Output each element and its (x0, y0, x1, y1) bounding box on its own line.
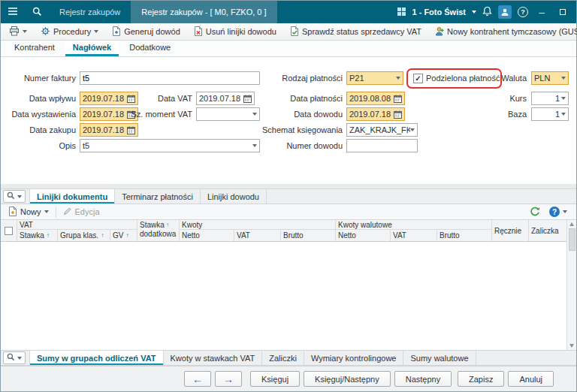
calendar-icon[interactable] (243, 95, 252, 103)
sort-icon[interactable]: ↑ (47, 232, 50, 239)
tab-sumy-walutowe[interactable]: Sumy walutowe (403, 351, 476, 365)
bell-icon[interactable] (482, 6, 492, 18)
tab-zaliczki[interactable]: Zaliczki (262, 351, 304, 365)
tab-linijki-dowodu[interactable]: Linijki dowodu (201, 189, 267, 204)
numer-dowodu-input[interactable] (346, 139, 418, 152)
column-header-stawka[interactable]: Stawka↑ (17, 230, 58, 241)
column-header-brutto[interactable]: Brutto (281, 230, 336, 241)
opis-combo[interactable]: t5 (80, 139, 260, 152)
window-tab-active-document[interactable]: Rejestr zakupów - [ M0, FZKO, 0 ] (131, 1, 276, 23)
data-vat-field[interactable]: 2019.07.18 (196, 92, 255, 105)
scroll-down-arrow-icon[interactable] (569, 344, 574, 348)
group-header-kwoty-walutowe[interactable]: Kwoty walutowe (336, 220, 492, 230)
user-avatar[interactable] (498, 5, 512, 19)
nowy-kontrahent-button[interactable]: Nowy kontrahent tymczasowy (GUS) (431, 25, 577, 39)
tab-dodatkowe-label: Dodatkowe (129, 43, 171, 52)
sprawdz-status-vat-button[interactable]: Sprawdź status sprzedawcy VAT (286, 25, 425, 39)
zapisz-button[interactable]: Zapisz (458, 371, 504, 387)
nastepny-button[interactable]: Następny (394, 371, 452, 387)
schemat-ksiegowania-combo[interactable]: ZAK_KRAJK_FK (346, 123, 418, 137)
chevron-down-icon[interactable] (396, 77, 400, 80)
vertical-scrollbar[interactable] (566, 220, 576, 350)
sz-moment-vat-combo[interactable] (196, 107, 260, 121)
help-button[interactable]: ? (545, 205, 571, 219)
ksieguj-button[interactable]: Księguj (250, 371, 300, 387)
window-tab-rejestr-zakupow[interactable]: Rejestr zakupów (49, 1, 131, 23)
search-button[interactable] (25, 1, 49, 23)
scrollbar-thumb[interactable] (569, 228, 575, 251)
calendar-icon[interactable] (394, 95, 402, 103)
chevron-down-icon[interactable] (561, 77, 566, 80)
usun-linijki-button[interactable]: Usuń linijki dowodu (190, 25, 280, 39)
edit-row-button[interactable]: Edycja (59, 205, 104, 219)
company-selector[interactable]: 1 - Foto Świst (412, 8, 467, 17)
refresh-icon[interactable] (530, 207, 540, 218)
data-zakupu-field[interactable]: 2019.07.18 (80, 123, 138, 137)
print-button[interactable] (5, 25, 31, 39)
column-header-stawka-dodatkowa[interactable]: Stawka dodatkowa↑ (137, 220, 180, 241)
column-header-grupa-klas[interactable]: Grupa klas.↑ (58, 230, 110, 241)
tab-linijki-dokumentu[interactable]: Linijki dokumentu (29, 189, 115, 204)
column-header-netto-walutowe[interactable]: Netto (336, 230, 391, 241)
column-header-vat[interactable]: VAT (234, 230, 281, 241)
tab-naglowek[interactable]: Nagłówek (65, 41, 119, 56)
waluta-combo[interactable]: PLN (531, 71, 569, 85)
app-grid-icon[interactable] (397, 7, 406, 18)
tab-naglowek-label: Nagłówek (73, 43, 111, 52)
tab-wymiary-kontrolingowe[interactable]: Wymiary kontrolingowe (304, 351, 404, 365)
help-icon[interactable]: ? (518, 7, 528, 17)
kurs-combo[interactable]: 1 (531, 92, 569, 105)
calendar-icon[interactable] (394, 110, 402, 119)
rodzaj-platnosci-combo[interactable]: P21 (346, 71, 403, 85)
sort-icon[interactable]: ↑ (166, 221, 169, 230)
numer-faktury-input[interactable] (80, 71, 260, 85)
chevron-down-icon[interactable] (410, 128, 415, 131)
grid-body-empty[interactable] (1, 242, 566, 350)
tab-kwoty-w-stawkach[interactable]: Kwoty w stawkach VAT (164, 351, 263, 365)
tab-dodatkowe[interactable]: Dodatkowe (122, 41, 178, 56)
minimize-icon[interactable]: – (534, 7, 549, 18)
group-header-kwoty-label: Kwoty (182, 221, 202, 229)
anuluj-button[interactable]: Anuluj (508, 371, 554, 387)
procedures-gear-icon (41, 26, 50, 38)
baza-combo[interactable]: 1 (531, 107, 569, 121)
maximize-icon[interactable] (555, 9, 570, 15)
column-header-vat-walutowe[interactable]: VAT (391, 230, 437, 241)
column-header-netto[interactable]: Netto (180, 230, 234, 241)
sort-icon[interactable]: ↑ (101, 232, 104, 239)
procedury-button[interactable]: Procedury (37, 25, 102, 39)
select-all-cell (1, 220, 17, 241)
data-platnosci-field[interactable]: 2019.08.08 (346, 92, 405, 105)
tab-sumy-w-grupach[interactable]: Sumy w grupach odliczeń VAT (29, 351, 164, 365)
chevron-down-icon[interactable] (561, 113, 566, 116)
column-header-recznie[interactable]: Ręcznie (492, 220, 529, 241)
calendar-icon[interactable] (127, 126, 135, 134)
sort-icon[interactable]: ↑ (125, 232, 128, 239)
tab-wymiary-kontrolingowe-label: Wymiary kontrolingowe (311, 354, 397, 363)
maximize-square (560, 9, 566, 15)
grid-view-settings-button[interactable] (3, 190, 26, 203)
data-dowodu-field[interactable]: 2019.07.18 (346, 107, 405, 121)
tab-kontrahent[interactable]: Kontrahent (7, 41, 62, 56)
column-header-zaliczka[interactable]: Zaliczka (529, 220, 568, 241)
prev-record-button[interactable]: ← (184, 371, 211, 387)
scroll-up-arrow-icon[interactable] (569, 222, 574, 226)
select-all-checkbox[interactable] (5, 227, 13, 235)
group-header-vat[interactable]: VAT (17, 220, 137, 230)
chevron-down-icon[interactable] (472, 11, 476, 14)
generuj-dowod-button[interactable]: Generuj dowód (108, 25, 184, 39)
column-header-brutto-walutowe[interactable]: Brutto (437, 230, 492, 241)
next-record-button[interactable]: → (215, 371, 242, 387)
new-row-button[interactable]: Nowy (5, 205, 53, 219)
column-header-gv[interactable]: GV↑ (110, 230, 137, 241)
summary-view-settings-button[interactable] (3, 351, 26, 364)
chevron-down-icon[interactable] (561, 97, 566, 100)
page-tabstrip: Kontrahent Nagłówek Dodatkowe (1, 41, 576, 57)
ksieguj-nastepny-button[interactable]: Księguj/Następny (304, 371, 391, 387)
tab-terminarz-platnosci[interactable]: Terminarz płatności (115, 189, 201, 204)
group-header-kwoty[interactable]: Kwoty (180, 220, 336, 230)
menu-button[interactable] (1, 1, 25, 23)
podzielona-platnosc-checkbox[interactable]: ✓ (413, 74, 423, 83)
pencil-icon (63, 207, 72, 217)
toolbar: Procedury Generuj dowód Usuń linijki dow… (1, 23, 576, 41)
